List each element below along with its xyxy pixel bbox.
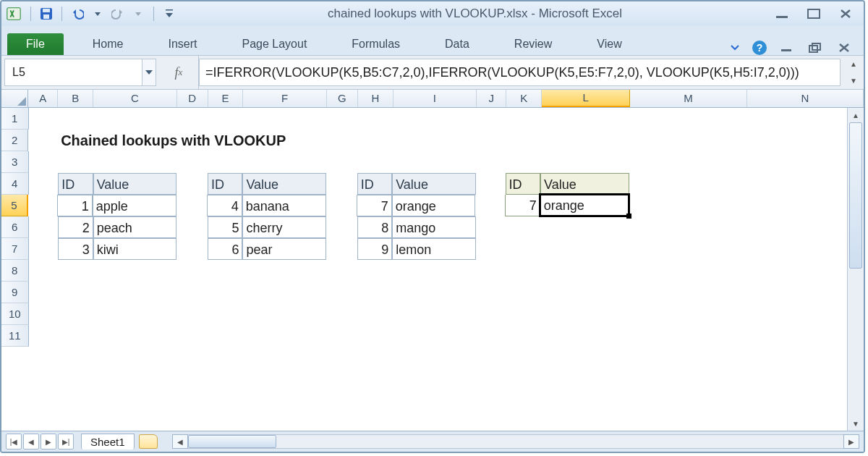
col-header[interactable]: A <box>28 90 58 107</box>
result-header[interactable]: ID <box>506 173 540 195</box>
table-header[interactable]: ID <box>357 173 392 195</box>
redo-icon[interactable] <box>110 6 126 22</box>
table-cell[interactable]: 6 <box>208 238 242 260</box>
undo-icon[interactable] <box>69 6 85 22</box>
select-all-corner[interactable] <box>1 90 28 107</box>
scroll-left-icon[interactable]: ◀ <box>172 434 188 449</box>
sheet-nav-first-icon[interactable]: |◀ <box>6 434 22 449</box>
table-header[interactable]: Value <box>392 173 476 195</box>
col-header[interactable]: K <box>506 90 542 107</box>
help-icon[interactable]: ? <box>752 41 767 55</box>
mdi-minimize-icon[interactable] <box>777 41 796 54</box>
col-header[interactable]: F <box>243 90 327 107</box>
minimize-icon[interactable] <box>773 7 791 20</box>
table-header[interactable]: ID <box>208 173 242 195</box>
row-header[interactable]: 9 <box>1 282 29 303</box>
scroll-thumb[interactable] <box>849 122 862 269</box>
table-cell[interactable]: apple <box>93 195 176 216</box>
table-cell[interactable]: kiwi <box>93 238 177 260</box>
table-cell[interactable]: mango <box>392 216 476 238</box>
formula-expand[interactable]: ▲▼ <box>843 56 864 89</box>
table-cell[interactable]: banana <box>242 195 326 216</box>
tab-data[interactable]: Data <box>430 33 484 55</box>
col-header[interactable]: G <box>327 90 358 107</box>
col-header[interactable]: H <box>358 90 393 107</box>
row-header[interactable]: 4 <box>1 173 29 195</box>
col-header[interactable]: N <box>747 90 864 107</box>
result-id[interactable]: 7 <box>505 195 540 216</box>
tab-home[interactable]: Home <box>78 33 138 55</box>
table-cell[interactable]: pear <box>242 238 326 260</box>
table-cell[interactable]: cherry <box>242 216 326 238</box>
excel-icon <box>6 6 22 22</box>
col-header[interactable]: I <box>393 90 477 107</box>
tab-view[interactable]: View <box>582 33 636 55</box>
tab-formulas[interactable]: Formulas <box>337 33 414 55</box>
table-cell[interactable]: orange <box>392 195 476 216</box>
svg-rect-3 <box>43 14 49 19</box>
table-cell[interactable]: 5 <box>208 216 242 238</box>
row-header[interactable]: 3 <box>1 151 29 173</box>
col-header[interactable]: D <box>177 90 208 107</box>
col-header[interactable]: B <box>58 90 93 107</box>
table-cell[interactable]: 1 <box>57 195 92 216</box>
tab-file[interactable]: File <box>7 33 64 55</box>
tab-insert[interactable]: Insert <box>153 33 211 55</box>
row-header[interactable]: 1 <box>1 108 29 130</box>
maximize-icon[interactable] <box>804 7 823 20</box>
row-header[interactable]: 6 <box>1 216 29 238</box>
row-header[interactable]: 2 <box>1 130 28 151</box>
row-header-selected[interactable]: 5 <box>1 195 28 216</box>
fx-icon[interactable]: fx <box>159 56 199 89</box>
scroll-down-icon[interactable]: ▼ <box>848 416 864 431</box>
sheet-nav-last-icon[interactable]: ▶| <box>58 434 74 449</box>
table-cell[interactable]: 8 <box>357 216 392 238</box>
name-box-value[interactable]: L5 <box>5 62 142 83</box>
mdi-restore-icon[interactable] <box>806 41 825 54</box>
horizontal-scrollbar[interactable]: ◀ ▶ <box>172 434 859 449</box>
col-header[interactable]: J <box>477 90 506 107</box>
table-cell[interactable]: 4 <box>207 195 242 216</box>
table-cell[interactable]: 3 <box>58 238 93 260</box>
table-cell[interactable]: 2 <box>58 216 93 238</box>
formula-input[interactable]: =IFERROR(VLOOKUP(K5,B5:C7,2,0),IFERROR(V… <box>199 59 841 86</box>
vertical-scrollbar[interactable]: ▲ ▼ <box>847 108 864 431</box>
table-cell[interactable]: lemon <box>392 238 476 260</box>
col-header[interactable]: C <box>93 90 177 107</box>
worksheet-title[interactable]: Chained lookups with VLOOKUP <box>58 130 94 151</box>
sheet-nav-prev-icon[interactable]: ◀ <box>23 434 39 449</box>
grid-rows[interactable]: 1 2 Chained lookups with VLOOKUP 3 4 ID … <box>1 108 864 431</box>
ribbon-minimize-icon[interactable] <box>728 41 742 54</box>
table-cell[interactable]: peach <box>93 216 177 238</box>
new-sheet-icon[interactable] <box>139 434 158 449</box>
scroll-right-icon[interactable]: ▶ <box>843 434 859 449</box>
result-header[interactable]: Value <box>540 173 629 195</box>
table-header[interactable]: Value <box>242 173 326 195</box>
tab-review[interactable]: Review <box>500 33 566 55</box>
sheet-nav-next-icon[interactable]: ▶ <box>41 434 56 449</box>
table-header[interactable]: Value <box>93 173 177 195</box>
undo-dropdown-icon[interactable] <box>90 6 106 22</box>
result-value[interactable]: orange <box>540 195 629 216</box>
row-header[interactable]: 7 <box>1 238 29 260</box>
row-header[interactable]: 10 <box>1 303 29 325</box>
col-header[interactable]: E <box>208 90 244 107</box>
col-header-selected[interactable]: L <box>542 90 630 107</box>
mdi-close-icon[interactable] <box>835 41 854 54</box>
name-box[interactable]: L5 <box>4 59 156 86</box>
close-icon[interactable] <box>836 7 855 20</box>
save-icon[interactable] <box>38 6 54 22</box>
table-cell[interactable]: 7 <box>357 195 391 216</box>
row-header[interactable]: 11 <box>1 325 29 347</box>
redo-dropdown-icon[interactable] <box>130 6 146 22</box>
table-cell[interactable]: 9 <box>357 238 392 260</box>
row-header[interactable]: 8 <box>1 260 29 282</box>
table-header[interactable]: ID <box>58 173 93 195</box>
sheet-tab[interactable]: Sheet1 <box>81 434 135 449</box>
tab-page-layout[interactable]: Page Layout <box>227 33 321 55</box>
scroll-up-icon[interactable]: ▲ <box>848 108 864 122</box>
qat-customize-icon[interactable] <box>161 6 177 22</box>
name-box-dropdown-icon[interactable] <box>142 59 156 85</box>
col-header[interactable]: M <box>630 90 746 107</box>
hscroll-thumb[interactable] <box>188 435 276 448</box>
